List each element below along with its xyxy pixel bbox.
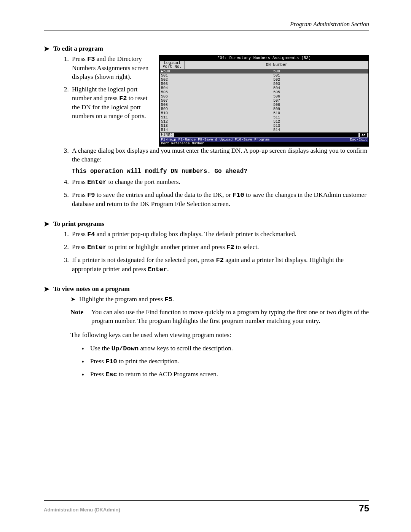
shot-footer-right: Esc-Exit: [350, 138, 367, 142]
table-row: 506506: [160, 94, 368, 99]
shot-footer-left: F1-Help F2-Range F9-Save & Upload F10-Sa…: [161, 138, 269, 142]
note-label: Note: [70, 308, 91, 326]
col-portno: Port No.: [161, 65, 183, 69]
text: to return to the ACD Programs screen.: [117, 371, 218, 378]
heading-edit-text: To edit a program: [53, 45, 103, 53]
text: .: [172, 296, 174, 303]
text: Press: [90, 358, 105, 365]
table-row: 512512: [160, 120, 368, 124]
table-row: 514514: [160, 128, 368, 132]
note-row: Note You can also use the Find function …: [70, 308, 369, 326]
note-text: You can also use the Find function to mo…: [91, 308, 369, 326]
print-step-2: Press Enter to print or highlight anothe…: [70, 243, 369, 252]
table-row: ▶500500: [160, 69, 368, 73]
table-row: 508508: [160, 103, 368, 107]
table-row: 502502: [160, 78, 368, 82]
key-enter: Enter: [148, 266, 167, 273]
text: .: [167, 265, 169, 273]
view-bullet-2: Press F10 to print the description.: [82, 357, 369, 366]
text: arrow keys to scroll the description.: [139, 345, 233, 352]
text: to save the entries and upload the data …: [95, 191, 233, 198]
shot-title: *04: Directory Numbers Assignments (R3): [160, 56, 368, 61]
key-f3: F3: [87, 56, 95, 63]
text: to change the port numbers.: [107, 178, 180, 185]
key-updown: Up/Down: [112, 345, 139, 352]
edit-step-5: Press F9 to save the entries and upload …: [70, 191, 369, 209]
print-step-1: Press F4 and a printer pop-up dialog box…: [70, 230, 369, 239]
footer-page-number: 75: [359, 503, 369, 514]
table-row: 511511: [160, 115, 368, 120]
key-f10: F10: [233, 192, 244, 199]
shot-body: ▶500500501501502502503503504504505505506…: [160, 69, 368, 132]
shot-find-row: FIND: ▲▼: [160, 132, 368, 137]
arrow-icon: ➤: [70, 295, 75, 304]
edit-step-3: A change dialog box displays and you mus…: [70, 147, 369, 164]
arrow-icon: ➤: [44, 286, 49, 292]
table-row: 504504: [160, 86, 368, 90]
key-enter: Enter: [87, 244, 107, 251]
key-enter: Enter: [87, 179, 107, 186]
key-f2: F2: [226, 244, 234, 251]
text: Press: [72, 230, 87, 238]
text: Press: [90, 371, 105, 378]
key-f2: F2: [216, 257, 224, 264]
footer-left: Administration Menu (DKAdmin): [44, 507, 120, 513]
text: and a printer pop-up dialog box displays…: [95, 230, 296, 238]
heading-print-text: To print programs: [53, 220, 104, 228]
view-bullet-1: Use the Up/Down arrow keys to scroll the…: [82, 344, 369, 353]
find-label: FIND:: [161, 133, 172, 137]
page-header: Program Administration Section: [44, 21, 369, 30]
heading-edit: ➤ To edit a program: [44, 45, 369, 53]
edit-step-2: Highlight the logical port number and pr…: [70, 85, 152, 121]
text: Highlight the program and press: [79, 296, 164, 303]
page-footer: Administration Menu (DKAdmin) 75: [44, 500, 369, 514]
key-f10: F10: [105, 358, 117, 365]
key-f4: F4: [87, 231, 95, 238]
arrow-icon: ➤: [44, 45, 49, 52]
view-intro: The following keys can be used when view…: [70, 331, 369, 340]
edit-step-4: Press Enter to change the port numbers.: [70, 178, 369, 187]
view-bullet-3: Press Esc to return to the ACD Programs …: [82, 370, 369, 379]
dn-assignments-screenshot: *04: Directory Numbers Assignments (R3) …: [159, 55, 369, 147]
shot-subfooter: Port Reference Number: [160, 142, 368, 146]
key-f9: F9: [87, 192, 95, 199]
text: Press: [72, 55, 87, 62]
table-row: 510510: [160, 111, 368, 115]
heading-print: ➤ To print programs: [44, 220, 369, 228]
table-row: 509509: [160, 107, 368, 111]
text: Use the: [90, 345, 112, 352]
text: to select.: [234, 243, 259, 251]
print-step-3: If a printer is not designated for the s…: [70, 256, 369, 274]
heading-view-text: To view notes on a program: [53, 285, 130, 293]
shot-footer: F1-Help F2-Range F9-Save & Upload F10-Sa…: [160, 137, 368, 142]
text: Press: [72, 191, 87, 198]
arrow-icon: ➤: [44, 220, 49, 227]
text: A change dialog box displays and you mus…: [72, 147, 367, 163]
table-row: 505505: [160, 90, 368, 94]
col-dn: DN Number: [185, 61, 368, 69]
edit-step-1: Press F3 and the Directory Numbers Assig…: [70, 55, 152, 81]
text: If a printer is not designated for the s…: [72, 256, 216, 264]
table-row: 507507: [160, 99, 368, 103]
key-f2: F2: [119, 95, 127, 102]
table-row: 503503: [160, 82, 368, 86]
scroll-indicator-icon: ▲▼: [360, 133, 367, 137]
text: Press: [72, 178, 87, 185]
heading-view: ➤ To view notes on a program: [44, 285, 369, 293]
shot-columns: Logical Port No. DN Number: [160, 61, 368, 69]
text: Press: [72, 243, 87, 251]
table-row: 513513: [160, 124, 368, 128]
table-row: 501501: [160, 73, 368, 78]
find-input-box: [174, 133, 358, 137]
key-esc: Esc: [105, 371, 117, 378]
confirm-message: This operation will modify DN numbers. G…: [72, 168, 369, 175]
view-substep: ➤ Highlight the program and press F5.: [70, 295, 369, 304]
key-f5: F5: [164, 296, 172, 303]
text: to print the description.: [117, 358, 179, 365]
text: to print or highlight another printer an…: [107, 243, 226, 251]
